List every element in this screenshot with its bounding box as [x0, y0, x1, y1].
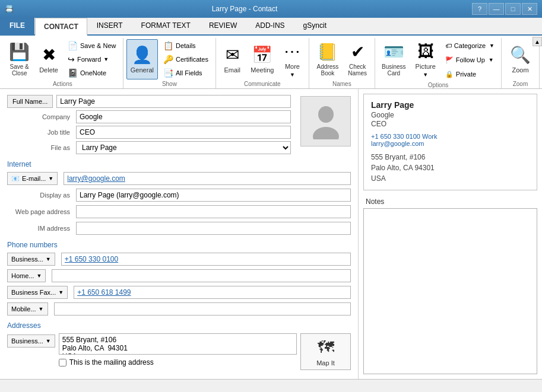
ribbon-collapse-button[interactable]: ▲ — [533, 37, 542, 46]
busfax-phone-dropdown[interactable]: Business Fax... ▼ — [7, 286, 68, 299]
more-button[interactable]: ⋯ More ▼ — [279, 39, 305, 79]
maximize-button[interactable]: □ — [505, 3, 521, 15]
businesscard-button[interactable]: 🪪 BusinessCard — [378, 39, 410, 79]
delete-button[interactable]: ✖ Delete — [35, 39, 62, 79]
delete-icon: ✖ — [42, 45, 56, 65]
fileas-label: File as — [7, 144, 72, 151]
fileas-select[interactable]: Larry Page — [76, 141, 291, 154]
tab-format[interactable]: FORMAT TEXT — [132, 17, 199, 34]
home-phone-row: Home... ▼ — [7, 269, 351, 282]
categorize-label: Categorize — [454, 42, 486, 49]
allfields-button[interactable]: 📑 All Fields — [159, 66, 213, 79]
tab-contact[interactable]: CONTACT — [35, 18, 87, 36]
followup-button[interactable]: 🚩 Follow Up ▼ — [441, 53, 499, 66]
im-input[interactable] — [76, 222, 351, 235]
show-group-label: Show — [162, 79, 177, 89]
notes-textarea[interactable] — [363, 208, 537, 374]
zoom-button[interactable]: 🔍 Zoom — [506, 39, 535, 79]
address-textarea[interactable]: 555 Bryant, #106 Palo Alto, CA 94301 USA — [59, 333, 297, 355]
categorize-icon: 🏷 — [445, 42, 452, 49]
general-button[interactable]: 👤 General — [126, 39, 158, 79]
tab-review[interactable]: REVIEW — [200, 17, 246, 34]
email-button[interactable]: ✉ Email — [219, 39, 245, 79]
fullname-button[interactable]: Full Name... — [7, 95, 53, 108]
business-phone-dropdown[interactable]: Business... ▼ — [7, 253, 55, 266]
categorize-arrow: ▼ — [489, 43, 495, 49]
fullname-row: Full Name... — [7, 95, 291, 108]
card-phone: +1 650 330 0100 Work — [371, 133, 530, 140]
ribbon-group-show-content: 👤 General 📋 Details 🔑 Certificates 📑 All… — [126, 38, 213, 79]
tab-insert[interactable]: INSERT — [88, 17, 132, 34]
more-label: More — [285, 63, 300, 70]
fileas-row: File as Larry Page — [7, 141, 291, 154]
onenote-icon: 📓 — [68, 68, 78, 78]
home-phone-input[interactable] — [52, 269, 351, 282]
home-phone-label: Home... — [11, 272, 34, 279]
save-new-icon: 📄 — [68, 41, 78, 50]
save-new-button[interactable]: 📄 Save & New — [64, 39, 121, 52]
save-close-icon: 💾 — [9, 42, 30, 62]
ribbon-group-actions: 💾 Save &Close ✖ Delete 📄 Save & New ↪ Fo… — [2, 38, 123, 88]
home-phone-dropdown[interactable]: Home... ▼ — [7, 269, 46, 282]
general-label: General — [131, 66, 154, 74]
jobtitle-input[interactable] — [76, 126, 291, 139]
contact-photo — [300, 96, 351, 146]
help-button[interactable]: ? — [472, 3, 487, 15]
email-row: 📧 E-mail... ▼ — [7, 172, 351, 185]
name-photo-row: Full Name... Company Job title File as — [7, 95, 351, 154]
mobile-phone-dropdown[interactable]: Mobile... ▼ — [7, 302, 48, 315]
email-dropdown-button[interactable]: 📧 E-mail... ▼ — [7, 172, 58, 185]
company-label: Company — [7, 113, 72, 120]
address-dropdown-label: Business... — [11, 337, 43, 345]
business-phone-label: Business... — [11, 256, 43, 263]
mailing-checkbox-row: This is the mailing address — [59, 358, 297, 366]
forward-button[interactable]: ↪ Forward ▼ — [64, 53, 121, 66]
title-bar-controls: ? — □ ✕ — [472, 3, 537, 15]
company-input[interactable] — [76, 110, 291, 123]
close-button[interactable]: ✕ — [522, 3, 537, 15]
categorize-button[interactable]: 🏷 Categorize ▼ — [441, 39, 499, 52]
addressbook-icon: 📒 — [317, 42, 338, 62]
business-phone-input[interactable] — [61, 253, 351, 266]
business-phone-row: Business... ▼ — [7, 253, 351, 266]
email-input[interactable] — [64, 172, 351, 185]
tab-addins[interactable]: ADD-INS — [246, 17, 293, 34]
ribbon-tabs: FILE CONTACT INSERT FORMAT TEXT REVIEW A… — [0, 18, 542, 36]
tab-gsyncit[interactable]: gSyncit — [294, 17, 335, 34]
busfax-phone-label: Business Fax... — [11, 289, 56, 296]
addressbook-button[interactable]: 📒 AddressBook — [313, 39, 343, 79]
details-button[interactable]: 📋 Details — [159, 39, 213, 52]
general-icon: 👤 — [132, 45, 153, 65]
save-close-button[interactable]: 💾 Save &Close — [5, 39, 34, 79]
certificates-button[interactable]: 🔑 Certificates — [159, 53, 213, 66]
names-group-label: Names — [332, 79, 351, 89]
followup-arrow: ▼ — [489, 57, 494, 63]
tab-file[interactable]: FILE — [0, 17, 34, 34]
address-dropdown[interactable]: Business... ▼ — [7, 334, 55, 348]
ribbon-group-zoom-content: 🔍 Zoom — [506, 38, 535, 79]
checknames-label: CheckNames — [348, 63, 367, 77]
displayas-input[interactable] — [76, 189, 351, 202]
save-close-label: Save &Close — [10, 63, 29, 77]
mailing-checkbox[interactable] — [59, 359, 66, 366]
allfields-label: All Fields — [176, 69, 202, 77]
checknames-button[interactable]: ✔ CheckNames — [344, 39, 371, 79]
card-name: Larry Page — [371, 100, 530, 110]
private-icon: 🔒 — [445, 71, 454, 78]
private-button[interactable]: 🔒 Private — [441, 68, 499, 81]
businesscard-label: BusinessCard — [382, 63, 406, 77]
onenote-button[interactable]: 📓 OneNote — [64, 66, 121, 79]
meeting-button[interactable]: 📅 Meeting — [246, 39, 278, 79]
mobile-phone-input[interactable] — [54, 302, 351, 315]
ribbon-group-names-content: 📒 AddressBook ✔ CheckNames — [313, 38, 371, 79]
mapit-button[interactable]: 🗺 Map It — [300, 333, 351, 370]
meeting-icon: 📅 — [252, 45, 272, 65]
picture-button[interactable]: 🖼 Picture ▼ — [411, 39, 440, 79]
minimize-button[interactable]: — — [489, 3, 504, 15]
fullname-input[interactable] — [56, 95, 291, 108]
webpage-input[interactable] — [76, 205, 351, 218]
busfax-phone-input[interactable] — [74, 286, 351, 299]
followup-label: Follow Up — [456, 56, 485, 63]
email-label: Email — [224, 66, 241, 74]
more-icon: ⋯ — [284, 42, 300, 61]
